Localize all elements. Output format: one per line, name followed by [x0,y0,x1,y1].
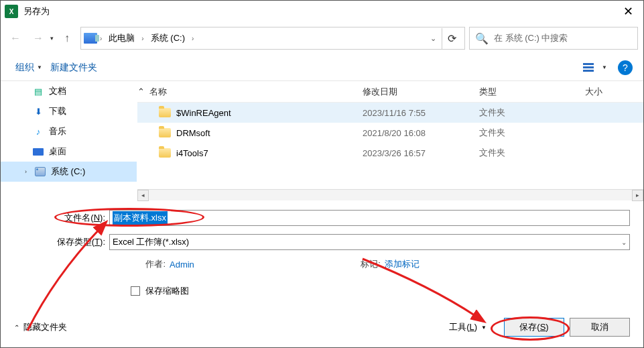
scroll-right-button[interactable]: ▸ [632,190,643,201]
tools-dropdown[interactable]: 工具(L) ▼ [449,321,487,333]
sidebar-item-label: 音乐 [49,125,66,137]
column-headers: ⌃ 名称 修改日期 类型 大小 [137,81,643,103]
form-area: 文件名(N): 副本资料.xlsx 保存类型(T): Excel 工作簿(*.x… [1,200,643,297]
bottom-row: ⌃ 隐藏文件夹 工具(L) ▼ 保存(S) 取消 [1,318,643,337]
search-placeholder: 在 系统 (C:) 中搜索 [494,32,568,44]
cancel-button[interactable]: 取消 [570,318,630,337]
document-icon: ▤ [33,86,44,97]
view-button[interactable]: ▼ [579,59,611,76]
file-name: $WinREAgent [176,108,231,118]
sidebar-item-downloads[interactable]: ⬇ 下载 [1,101,137,121]
col-name[interactable]: 名称 [149,86,363,98]
folder-icon [159,108,171,117]
filename-label: 文件名(N): [14,212,109,224]
organize-button[interactable]: 组织 ▼ [11,59,46,76]
col-date[interactable]: 修改日期 [363,86,479,98]
file-date: 2023/11/16 7:55 [363,108,479,118]
save-button[interactable]: 保存(S) [504,318,564,337]
help-button[interactable]: ? [618,60,633,75]
thumbnail-row: 保存缩略图 [14,285,630,297]
thumbnail-label: 保存缩略图 [145,285,189,297]
drive-icon [35,166,46,177]
sidebar-item-label: 桌面 [49,146,66,158]
nav-row: ← → ▾ ↑ › 此电脑 › 系统 (C:) › ⌄ ⟳ 🔍 在 系统 (C:… [1,22,643,54]
file-row[interactable]: DRMsoft 2021/8/20 16:08 文件夹 [137,123,643,143]
caret-col[interactable]: ⌃ [137,86,149,97]
folder-icon [159,148,171,158]
filename-value: 副本资料.xlsx [113,211,168,225]
music-icon: ♪ [33,126,44,137]
file-type: 文件夹 [479,127,585,139]
address-bar[interactable]: › 此电脑 › 系统 (C:) › ⌄ ⟳ [80,27,465,50]
folder-icon [159,128,171,137]
tag-label: 标记: [350,258,381,270]
file-name: DRMsoft [176,128,210,138]
chevron-right-icon[interactable]: › [99,35,103,42]
file-pane: ⌃ 名称 修改日期 类型 大小 $WinREAgent 2023/11/16 7… [137,81,643,200]
file-date: 2021/8/20 16:08 [363,128,479,138]
filename-row: 文件名(N): 副本资料.xlsx [14,207,630,229]
sidebar-item-label: 系统 (C:) [51,166,85,178]
chevron-up-icon: ⌃ [14,324,19,331]
sidebar-item-label: 下载 [49,105,66,117]
sidebar-item-music[interactable]: ♪ 音乐 [1,121,137,141]
sidebar-item-documents[interactable]: ▤ 文档 [1,81,137,101]
history-dropdown-icon[interactable]: ▾ [50,35,54,42]
newfolder-button[interactable]: 新建文件夹 [46,59,101,76]
thumbnail-checkbox[interactable] [131,286,140,296]
file-date: 2023/3/26 16:57 [363,148,479,158]
download-icon: ⬇ [33,106,44,117]
crumb-pc[interactable]: 此电脑 [105,30,139,47]
excel-icon: X [5,5,18,18]
chevron-down-icon: ▼ [602,64,607,70]
chevron-right-icon[interactable]: › [140,35,145,42]
chevron-down-icon: ▼ [37,64,42,70]
chevron-right-icon: › [25,168,27,175]
file-rows: $WinREAgent 2023/11/16 7:55 文件夹 DRMsoft … [137,103,643,189]
close-button[interactable]: ✕ [613,1,643,22]
file-name: i4Tools7 [176,148,208,158]
hide-folders-toggle[interactable]: ⌃ 隐藏文件夹 [14,321,67,333]
search-icon: 🔍 [475,32,489,45]
file-row[interactable]: $WinREAgent 2023/11/16 7:55 文件夹 [137,103,643,123]
sidebar: ▤ 文档 ⬇ 下载 ♪ 音乐 桌面 › 系统 (C:) [1,81,137,200]
author-value[interactable]: Admin [170,259,194,270]
chevron-down-icon: ▼ [481,325,487,331]
sidebar-item-drive-c[interactable]: › 系统 (C:) [1,162,137,182]
back-button[interactable]: ← [6,29,25,48]
filetype-row: 保存类型(T): Excel 工作簿(*.xlsx) ⌄ [14,231,630,253]
crumb-drive[interactable]: 系统 (C:) [147,30,189,47]
hide-folders-label: 隐藏文件夹 [23,321,67,333]
chevron-down-icon: ⌄ [621,239,627,246]
cancel-label: 取消 [591,321,608,333]
title-bar: X 另存为 ✕ [1,1,643,22]
file-type: 文件夹 [479,107,585,119]
filetype-label: 保存类型(T): [14,236,109,248]
sidebar-item-desktop[interactable]: 桌面 [1,141,137,162]
search-input[interactable]: 🔍 在 系统 (C:) 中搜索 [469,27,638,50]
address-dropdown-icon[interactable]: ⌄ [426,34,440,43]
sidebar-item-label: 文档 [49,85,66,97]
window-title: 另存为 [23,5,50,17]
organize-label: 组织 [15,62,34,74]
filename-input[interactable]: 副本资料.xlsx [109,210,630,226]
scroll-left-button[interactable]: ◂ [137,190,149,201]
refresh-button[interactable]: ⟳ [442,28,462,49]
filetype-value: Excel 工作簿(*.xlsx) [113,236,189,248]
col-size[interactable]: 大小 [585,86,602,98]
chevron-right-icon[interactable]: › [190,35,195,42]
tag-value[interactable]: 添加标记 [385,258,420,270]
pc-icon [84,33,97,44]
toolbar: 组织 ▼ 新建文件夹 ▼ ? [1,54,643,81]
file-row[interactable]: i4Tools7 2023/3/26 16:57 文件夹 [137,143,643,163]
author-label: 作者: [135,258,166,270]
up-button[interactable]: ↑ [58,29,76,48]
view-icon [583,62,598,74]
col-type[interactable]: 类型 [479,86,585,98]
filetype-select[interactable]: Excel 工作簿(*.xlsx) ⌄ [109,234,630,250]
file-type: 文件夹 [479,147,585,159]
forward-button[interactable]: → [29,29,48,48]
main-split: ▤ 文档 ⬇ 下载 ♪ 音乐 桌面 › 系统 (C:) ⌃ 名称 修改日期 类型… [1,81,643,200]
horizontal-scrollbar[interactable]: ◂ ▸ [137,189,643,200]
meta-row: 作者: Admin 标记: 添加标记 [14,258,630,270]
